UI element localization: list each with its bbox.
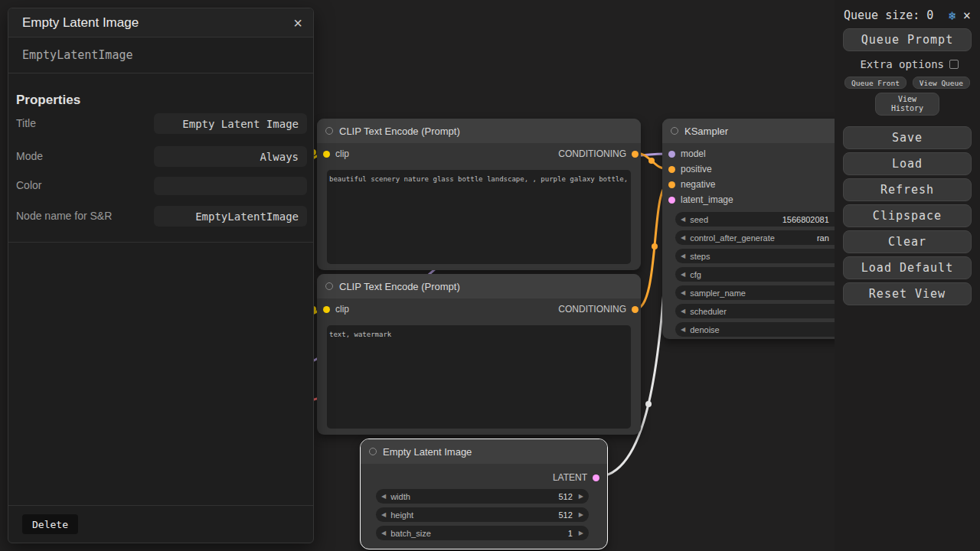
conditioning-output-label: CONDITIONING [558, 148, 626, 159]
save-button[interactable]: Save [843, 126, 972, 149]
node-ksampler[interactable]: KSampler model positive negative latent_… [662, 119, 861, 339]
widget-label: width [390, 492, 410, 501]
decrement-arrow-icon[interactable]: ◀ [381, 494, 386, 500]
comfy-menu-panel: Queue size: 0 ❄ × Queue Prompt Extra opt… [835, 0, 980, 551]
node-title-bar[interactable]: KSampler [662, 119, 861, 143]
increment-arrow-icon[interactable]: ▶ [579, 494, 583, 500]
extra-options-checkbox[interactable] [949, 60, 959, 69]
decrement-arrow-icon[interactable]: ◀ [681, 253, 685, 259]
widget-label: scheduler [690, 307, 727, 316]
clear-button[interactable]: Clear [843, 230, 972, 253]
close-icon[interactable]: × [963, 8, 971, 23]
widget-batch-size[interactable]: ◀ batch_size 1 ▶ [376, 526, 589, 540]
node-clip-text-encode-negative[interactable]: CLIP Text Encode (Prompt) clip CONDITION… [317, 274, 641, 435]
widget-cfg[interactable]: ◀ cfg ▶ [675, 267, 859, 282]
field-label-node-name-sr: Node name for S&R [16, 209, 137, 224]
increment-arrow-icon[interactable]: ▶ [579, 512, 583, 518]
mode-field[interactable] [154, 146, 307, 167]
widget-seed[interactable]: ◀ seed 1566802081 ▶ [675, 212, 859, 227]
widget-scheduler[interactable]: ◀ scheduler ▶ [675, 304, 859, 318]
load-default-button[interactable]: Load Default [843, 256, 972, 279]
node-graph-canvas[interactable]: CLIP Text Encode (Prompt) clip CONDITION… [0, 0, 980, 551]
queue-front-button[interactable]: Queue Front [844, 77, 906, 89]
latent-output-slot[interactable] [593, 474, 599, 481]
queue-size-label: Queue size: 0 [844, 8, 933, 22]
properties-title-bar: Empty Latent Image × [8, 8, 313, 37]
delete-node-button[interactable]: Delete [22, 514, 78, 534]
node-name-sr-field[interactable] [154, 206, 307, 227]
decrement-arrow-icon[interactable]: ◀ [681, 272, 685, 278]
decrement-arrow-icon[interactable]: ◀ [681, 235, 685, 241]
node-title-bar[interactable]: CLIP Text Encode (Prompt) [317, 119, 641, 143]
decrement-arrow-icon[interactable]: ◀ [381, 512, 386, 518]
widget-label: sampler_name [690, 289, 746, 298]
node-properties-panel: Empty Latent Image × EmptyLatentImage Pr… [8, 8, 314, 543]
decrement-arrow-icon[interactable]: ◀ [681, 327, 685, 333]
latent-output-label: LATENT [553, 472, 587, 483]
color-field[interactable] [154, 177, 307, 195]
node-title-bar[interactable]: CLIP Text Encode (Prompt) [317, 274, 641, 298]
field-label-color: Color [16, 178, 137, 194]
latent-image-input-label: latent_image [681, 194, 733, 205]
divider [8, 505, 313, 506]
node-title: CLIP Text Encode (Prompt) [339, 126, 460, 137]
link-midpoint-dot [652, 243, 658, 249]
load-button[interactable]: Load [843, 152, 972, 175]
decrement-arrow-icon[interactable]: ◀ [381, 530, 386, 536]
widget-height[interactable]: ◀ height 512 ▶ [376, 507, 589, 522]
widget-control-after-generate[interactable]: ◀ control_after_generate ran ▶ [675, 230, 859, 245]
link-midpoint-dot [645, 401, 652, 407]
positive-prompt-textarea[interactable]: beautiful scenery nature glass bottle la… [327, 170, 631, 264]
node-title: CLIP Text Encode (Prompt) [339, 281, 460, 292]
settings-gear-icon[interactable]: ❄ [949, 8, 956, 23]
conditioning-output-slot[interactable] [632, 151, 639, 158]
widget-denoise[interactable]: ◀ denoise ▶ [675, 322, 859, 337]
node-status-dot-icon [325, 127, 333, 135]
conditioning-output-slot[interactable] [632, 306, 639, 313]
increment-arrow-icon[interactable]: ▶ [579, 530, 583, 536]
properties-subtitle: EmptyLatentImage [8, 37, 313, 73]
reset-view-button[interactable]: Reset View [843, 282, 972, 305]
field-label-mode: Mode [16, 149, 137, 165]
decrement-arrow-icon[interactable]: ◀ [681, 308, 685, 315]
title-field[interactable] [154, 113, 307, 134]
queue-prompt-button[interactable]: Queue Prompt [843, 28, 972, 51]
latent-image-input-slot[interactable] [668, 197, 675, 204]
clip-input-slot[interactable] [323, 151, 330, 158]
node-status-dot-icon [325, 282, 333, 290]
node-status-dot-icon [671, 127, 678, 135]
negative-prompt-textarea[interactable]: text, watermark [327, 325, 631, 429]
widget-value: 512 [558, 492, 572, 501]
clip-input-label: clip [335, 304, 349, 315]
model-input-label: model [681, 148, 706, 159]
node-clip-text-encode-positive[interactable]: CLIP Text Encode (Prompt) clip CONDITION… [317, 119, 641, 270]
negative-input-slot[interactable] [668, 181, 675, 188]
divider [8, 242, 313, 243]
decrement-arrow-icon[interactable]: ◀ [681, 290, 685, 296]
widget-width[interactable]: ◀ width 512 ▶ [376, 489, 589, 504]
properties-title: Empty Latent Image [22, 15, 139, 31]
widget-label: steps [690, 252, 710, 261]
refresh-button[interactable]: Refresh [843, 178, 972, 201]
properties-heading: Properties [16, 93, 80, 108]
widget-label: control_after_generate [690, 233, 775, 243]
clip-input-slot[interactable] [323, 306, 330, 313]
positive-input-label: positive [681, 164, 712, 174]
node-title-bar[interactable]: Empty Latent Image [361, 439, 607, 464]
decrement-arrow-icon[interactable]: ◀ [681, 217, 685, 223]
widget-value: 512 [558, 510, 572, 520]
widget-label: batch_size [390, 529, 431, 538]
view-history-button[interactable]: View History [875, 93, 939, 116]
widget-sampler-name[interactable]: ◀ sampler_name ▶ [675, 285, 859, 300]
close-icon[interactable]: × [293, 15, 302, 31]
extra-options-label: Extra options [860, 58, 944, 70]
positive-input-slot[interactable] [668, 166, 675, 173]
widget-label: denoise [690, 325, 720, 334]
node-empty-latent-image[interactable]: Empty Latent Image LATENT ◀ width 512 ▶ … [360, 439, 608, 549]
view-queue-button[interactable]: View Queue [913, 77, 970, 89]
model-input-slot[interactable] [668, 151, 675, 158]
widget-value: 1 [568, 529, 573, 538]
widget-steps[interactable]: ◀ steps ▶ [675, 249, 859, 263]
clip-input-label: clip [335, 148, 349, 159]
clipspace-button[interactable]: Clipspace [843, 204, 972, 227]
